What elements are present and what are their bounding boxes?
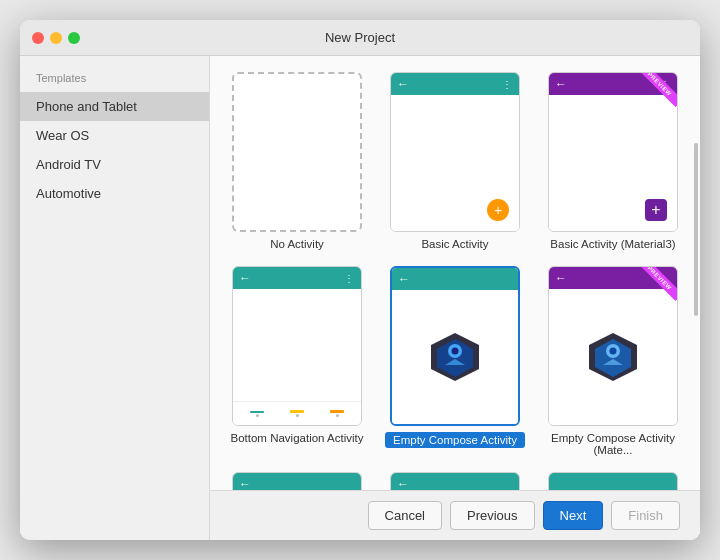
nav-indicator-3 bbox=[330, 410, 344, 413]
window-title: New Project bbox=[325, 30, 395, 45]
titlebar: New Project bbox=[20, 20, 700, 56]
compose-phone-header: ← bbox=[392, 268, 518, 290]
template-row3-1[interactable]: ← bbox=[226, 472, 368, 490]
bottom-nav-body bbox=[233, 289, 361, 401]
next-button[interactable]: Next bbox=[543, 501, 604, 530]
preview-badge: PREVIEW bbox=[641, 73, 677, 107]
empty-compose-m3-label: Empty Compose Activity (Mate... bbox=[542, 432, 684, 456]
template-row3-2[interactable]: ← bbox=[384, 472, 526, 490]
row3-back-1: ← bbox=[239, 477, 251, 490]
scroll-indicator[interactable] bbox=[694, 143, 698, 317]
template-basic-activity-m3[interactable]: ← ⋮ + PREVIEW Basic Activity (Material3) bbox=[542, 72, 684, 250]
empty-compose-preview: ← bbox=[390, 266, 520, 426]
row3-header-2: ← bbox=[391, 473, 519, 490]
sidebar-section-label: Templates bbox=[20, 72, 209, 92]
menu-dots-icon: ⋮ bbox=[502, 79, 513, 90]
sidebar: Templates Phone and Tablet Wear OS Andro… bbox=[20, 56, 210, 540]
nav-item-2 bbox=[290, 410, 304, 417]
compose-m3-badge: PREVIEW bbox=[641, 267, 677, 301]
bottom-nav-preview: ← ⋮ bbox=[232, 266, 362, 426]
template-empty-compose-m3[interactable]: ← PREVIEW bbox=[542, 266, 684, 456]
row3-header-3 bbox=[549, 473, 677, 490]
compose-back-icon: ← bbox=[398, 272, 410, 286]
previous-button[interactable]: Previous bbox=[450, 501, 535, 530]
maximize-button[interactable] bbox=[68, 32, 80, 44]
bottom-nav-back-icon: ← bbox=[239, 271, 251, 285]
nav-indicator-1 bbox=[250, 411, 264, 413]
row3-preview-1: ← bbox=[232, 472, 362, 490]
bottom-nav-phone-header: ← ⋮ bbox=[233, 267, 361, 289]
nav-dot-2 bbox=[296, 414, 299, 417]
basic-activity-m3-preview: ← ⋮ + PREVIEW bbox=[548, 72, 678, 232]
compose-m3-back-icon: ← bbox=[555, 271, 567, 285]
back-arrow-icon: ← bbox=[397, 77, 409, 91]
template-bottom-nav[interactable]: ← ⋮ bbox=[226, 266, 368, 456]
row3-back-2: ← bbox=[397, 477, 409, 490]
back-arrow-icon-m3: ← bbox=[555, 77, 567, 91]
nav-item-1 bbox=[250, 411, 264, 417]
row3-preview-2: ← bbox=[390, 472, 520, 490]
bottom-nav-label: Bottom Navigation Activity bbox=[231, 432, 364, 444]
fab-button: + bbox=[487, 199, 509, 221]
bottom-nav-menu-icon: ⋮ bbox=[344, 273, 355, 284]
main-window: New Project Templates Phone and Tablet W… bbox=[20, 20, 700, 540]
template-basic-activity[interactable]: ← ⋮ + Basic Activity bbox=[384, 72, 526, 250]
preview-badge-wrap: PREVIEW bbox=[641, 73, 677, 109]
svg-point-3 bbox=[452, 348, 459, 355]
compose-m3-logo bbox=[587, 331, 639, 383]
row3-header-1: ← bbox=[233, 473, 361, 490]
traffic-lights bbox=[32, 32, 80, 44]
fab-m3: + bbox=[645, 199, 667, 221]
svg-point-8 bbox=[610, 348, 617, 355]
templates-grid: No Activity ← ⋮ + Basic Activity bbox=[210, 56, 700, 490]
basic-activity-label: Basic Activity bbox=[421, 238, 488, 250]
nav-dot-3 bbox=[336, 414, 339, 417]
minimize-button[interactable] bbox=[50, 32, 62, 44]
content-area: Templates Phone and Tablet Wear OS Andro… bbox=[20, 56, 700, 540]
row3-preview-3: Interstitial Ad bbox=[548, 472, 678, 490]
compose-logo bbox=[429, 331, 481, 383]
phone-header: ← ⋮ bbox=[391, 73, 519, 95]
phone-body: + bbox=[391, 95, 519, 231]
cancel-button[interactable]: Cancel bbox=[368, 501, 442, 530]
sidebar-item-phone-tablet[interactable]: Phone and Tablet bbox=[20, 92, 209, 121]
bottom-nav-bar bbox=[233, 401, 361, 425]
main-content: No Activity ← ⋮ + Basic Activity bbox=[210, 56, 700, 540]
template-empty-compose[interactable]: ← Empty Co bbox=[384, 266, 526, 456]
no-activity-label: No Activity bbox=[270, 238, 324, 250]
phone-body-m3: + bbox=[549, 95, 677, 231]
compose-body bbox=[392, 290, 518, 424]
nav-item-3 bbox=[330, 410, 344, 417]
nav-dot-1 bbox=[256, 414, 259, 417]
basic-activity-m3-label: Basic Activity (Material3) bbox=[550, 238, 675, 250]
sidebar-item-android-tv[interactable]: Android TV bbox=[20, 150, 209, 179]
template-no-activity[interactable]: No Activity bbox=[226, 72, 368, 250]
finish-button: Finish bbox=[611, 501, 680, 530]
empty-compose-m3-preview: ← PREVIEW bbox=[548, 266, 678, 426]
compose-m3-body bbox=[549, 289, 677, 425]
close-button[interactable] bbox=[32, 32, 44, 44]
compose-m3-badge-wrap: PREVIEW bbox=[641, 267, 677, 303]
basic-activity-preview: ← ⋮ + bbox=[390, 72, 520, 232]
empty-compose-label: Empty Compose Activity bbox=[385, 432, 525, 448]
sidebar-item-wear-os[interactable]: Wear OS bbox=[20, 121, 209, 150]
no-activity-preview bbox=[232, 72, 362, 232]
nav-indicator-2 bbox=[290, 410, 304, 413]
footer: Cancel Previous Next Finish bbox=[210, 490, 700, 540]
template-row3-3[interactable]: Interstitial Ad bbox=[542, 472, 684, 490]
sidebar-item-automotive[interactable]: Automotive bbox=[20, 179, 209, 208]
